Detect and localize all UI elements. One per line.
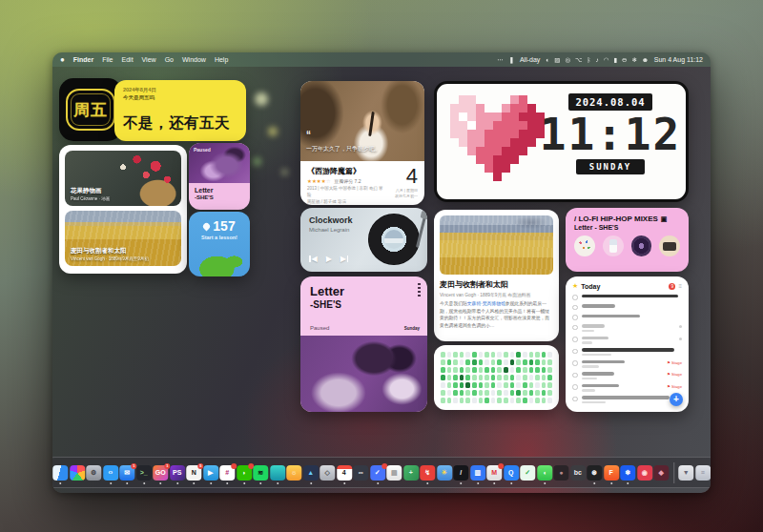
- dock-icon-cursor[interactable]: /: [453, 465, 468, 481]
- status-icon[interactable]: ❄: [631, 56, 636, 64]
- task-checkbox[interactable]: [572, 325, 578, 331]
- apple-menu-icon[interactable]: ●: [60, 56, 65, 64]
- dock-icon-bc-app[interactable]: bc: [570, 465, 586, 481]
- status-icon[interactable]: ▨: [554, 56, 560, 64]
- previous-button[interactable]: ◀: [309, 255, 318, 263]
- music-widget-large[interactable]: Letter -SHE'S Paused Sunday: [300, 276, 427, 412]
- movie-quote-widget[interactable]: “ 一万年太久了，只争朝夕吧。 《西游降魔篇》 ★★★★☆ 豆瓣评分 7.2 2…: [300, 81, 424, 205]
- dock-icon-snowflake-blue[interactable]: ❄: [620, 465, 635, 481]
- dock-icon-dark-blue-app[interactable]: ▲: [303, 465, 319, 481]
- task-checkbox[interactable]: [572, 295, 578, 300]
- dock-icon-red-face[interactable]: ◉: [637, 465, 652, 481]
- status-icon[interactable]: ☻: [642, 56, 649, 64]
- dock-icon-green-pattern-app[interactable]: +: [403, 465, 419, 481]
- dock-icon-docs-blue[interactable]: ▥: [470, 465, 485, 481]
- status-icon[interactable]: ♪: [596, 56, 599, 64]
- menu-item-help[interactable]: Help: [215, 56, 228, 63]
- task-row[interactable]: ⚑ Stage: [572, 360, 682, 368]
- dock-icon-wechat[interactable]: ◗: [237, 465, 252, 481]
- status-icon[interactable]: ◠: [604, 56, 609, 64]
- next-button[interactable]: ▶: [340, 255, 349, 263]
- stage-manager-icon[interactable]: ❚: [508, 56, 513, 64]
- task-row[interactable]: ⚑ Stage: [572, 372, 682, 379]
- status-icon[interactable]: ⌥: [575, 56, 583, 64]
- dock-icon-qq[interactable]: Q: [504, 465, 519, 481]
- dock-icon-ticktick[interactable]: ✓: [370, 465, 385, 481]
- music-player-widget[interactable]: Clockwork Michael Legrain ◀ ▶ ▶: [300, 208, 427, 272]
- menu-item-finder[interactable]: Finder: [73, 56, 93, 63]
- task-checkbox[interactable]: [572, 315, 578, 320]
- friday-countdown-widget[interactable]: 2024年8月4日 今天是周五吗 不是，还有五天: [114, 80, 246, 141]
- today-reminders-widget[interactable]: ★ Today 9 ≡ ⚑ Stage⚑ Stage⚑ Stage +: [566, 276, 689, 412]
- play-button[interactable]: ▶: [326, 255, 332, 263]
- dock-icon-spotify[interactable]: ≋: [253, 465, 268, 481]
- task-checkbox[interactable]: [572, 360, 578, 366]
- status-icon[interactable]: ⊖: [622, 56, 627, 64]
- dock-icon-teal-app[interactable]: [270, 465, 285, 481]
- pixel-hearts-icon[interactable]: [574, 235, 595, 256]
- artwork-item[interactable]: 麦田与收割者和太阳Vincent van Gogh · 1889年9月底至9月初: [65, 211, 181, 266]
- task-row[interactable]: ⚑ Stage: [572, 384, 682, 392]
- artworks-widget[interactable]: 花果静物画Paul Cézanne · 油画麦田与收割者和太阳Vincent v…: [59, 145, 187, 274]
- dock-icon-red-m[interactable]: M: [486, 465, 502, 481]
- menu-item-edit[interactable]: Edit: [122, 56, 134, 63]
- task-checkbox[interactable]: [572, 384, 578, 390]
- ipod-icon[interactable]: [603, 235, 624, 256]
- dock-icon-messages-green[interactable]: ◖: [537, 465, 552, 481]
- overflow-icon[interactable]: ⋯: [497, 56, 504, 64]
- dock-icon-telegram[interactable]: ▶: [203, 465, 218, 481]
- dock-icon-gray-app[interactable]: ◇: [320, 465, 335, 481]
- dock-icon-notion[interactable]: N5: [186, 465, 201, 481]
- all-day-label[interactable]: All-day: [520, 56, 540, 63]
- artwork-item[interactable]: 花果静物画Paul Cézanne · 油画: [65, 151, 181, 206]
- dock-icon-vscode[interactable]: ‹›: [103, 465, 118, 481]
- music-widget-small[interactable]: Paused Letter -SHE'S: [189, 143, 250, 210]
- dock-icon-mail[interactable]: ✉1: [119, 465, 134, 481]
- status-icon[interactable]: ◎: [565, 56, 570, 64]
- dock-icon-goland[interactable]: GO1: [153, 465, 168, 481]
- task-checkbox[interactable]: [572, 305, 578, 311]
- museum-link[interactable]: 文森特·梵高博物馆: [467, 301, 505, 306]
- menu-item-file[interactable]: File: [102, 56, 113, 63]
- task-row[interactable]: [572, 295, 682, 300]
- dock-icon-notes[interactable]: ▤: [386, 465, 402, 481]
- task-row[interactable]: [572, 315, 682, 320]
- dock-icon-phpstorm[interactable]: PS: [170, 465, 185, 481]
- task-checkbox[interactable]: [572, 337, 578, 342]
- dock-icon-maroon-app[interactable]: ◆: [653, 465, 669, 481]
- dock-icon-terminal[interactable]: >_: [136, 465, 152, 481]
- task-row[interactable]: [572, 396, 682, 403]
- task-checkbox[interactable]: [572, 397, 578, 402]
- task-row[interactable]: [572, 337, 682, 344]
- task-row[interactable]: [572, 348, 682, 356]
- list-menu-icon[interactable]: ≡: [678, 283, 682, 289]
- dock-icon-shield-green[interactable]: ✓: [520, 465, 535, 481]
- dock-icon-slack[interactable]: #: [219, 465, 235, 481]
- task-row[interactable]: [572, 324, 682, 332]
- art-detail-widget[interactable]: 麦田与收割者和太阳 Vincent van Gogh · 1889年9月底 布面…: [434, 210, 559, 341]
- dock-icon-paw-app[interactable]: ☼: [286, 465, 301, 481]
- lofi-playlist-widget[interactable]: / LO-FI HIP-HOP MIXES▣ Letter - SHE'S: [566, 208, 689, 272]
- dock-icon-settings[interactable]: ⚙: [86, 465, 101, 481]
- friday-app-icon[interactable]: 周五: [59, 78, 122, 141]
- dock-icon-glasses-app[interactable]: ∞: [353, 465, 368, 481]
- dock-icon-orange-f[interactable]: F: [604, 465, 619, 481]
- contribution-graph-widget[interactable]: [434, 345, 559, 410]
- streak-widget[interactable]: 157 Start a lesson!: [189, 212, 250, 276]
- status-icon[interactable]: ᛒ: [588, 56, 591, 64]
- task-checkbox[interactable]: [572, 349, 578, 355]
- menu-item-view[interactable]: View: [142, 56, 156, 63]
- vinyl-icon[interactable]: [631, 235, 652, 256]
- dock-icon-weather[interactable]: ☀: [437, 465, 452, 481]
- task-row[interactable]: [572, 304, 682, 310]
- dock-icon-finder[interactable]: [52, 465, 68, 481]
- dock-icon-calendar[interactable]: 4: [337, 465, 352, 481]
- pixel-clock-widget[interactable]: 2024.08.04 11:12 SUNDAY: [434, 81, 689, 202]
- menu-item-window[interactable]: Window: [182, 56, 206, 63]
- dock-icon-launchpad[interactable]: [70, 465, 85, 481]
- menu-clock[interactable]: Sun 4 Aug 11:12: [654, 56, 703, 63]
- status-icon[interactable]: ▮: [613, 56, 617, 64]
- add-reminder-button[interactable]: +: [670, 393, 683, 406]
- dock-icon-zap-red[interactable]: ↯: [420, 465, 435, 481]
- dock-icon-dark-dot-app[interactable]: ●: [553, 465, 568, 481]
